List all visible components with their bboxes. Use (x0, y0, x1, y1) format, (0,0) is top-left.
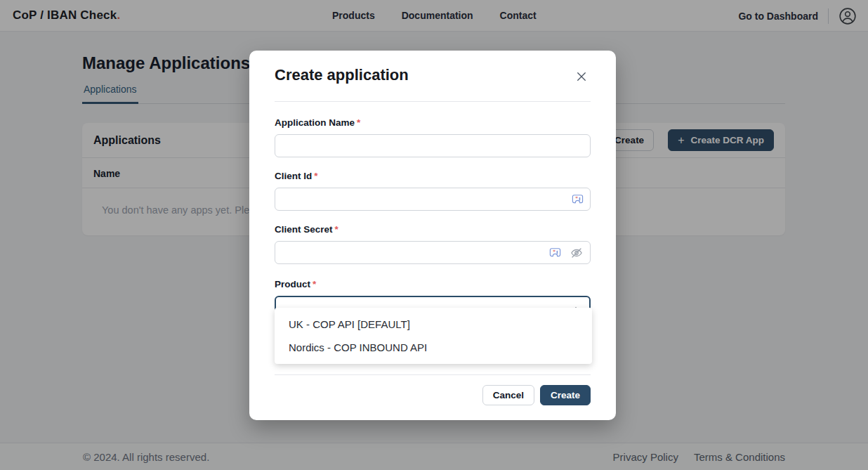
application-name-label: Application Name* (275, 117, 591, 128)
application-name-field-wrap (275, 134, 591, 157)
screen: CoP / IBAN Check. Products Documentation… (0, 0, 868, 470)
toggle-visibility-icon[interactable] (570, 247, 584, 259)
modal-title-divider (275, 101, 591, 102)
modal-title: Create application (275, 66, 409, 84)
client-id-input[interactable] (275, 188, 591, 211)
client-id-field-wrap: * (275, 188, 591, 211)
client-secret-input[interactable] (275, 241, 591, 264)
modal-header: Create application (275, 51, 591, 88)
dropdown-option-uk-cop-api[interactable]: UK - COP API [DEFAULT] (275, 313, 592, 336)
product-label-text: Product (275, 279, 310, 289)
svg-text:*: * (575, 195, 578, 202)
close-icon[interactable] (572, 67, 591, 88)
client-secret-label: Client Secret* (275, 224, 591, 235)
client-id-label-text: Client Id (275, 171, 312, 181)
required-asterisk: * (313, 279, 316, 289)
required-asterisk: * (357, 117, 360, 128)
create-application-modal: Create application Application Name* Cli… (249, 51, 616, 420)
dropdown-option-nordics-cop-inbound-api[interactable]: Nordics - COP INBOUND API (275, 336, 592, 359)
required-asterisk: * (314, 171, 317, 181)
password-manager-icon[interactable]: * (572, 194, 584, 204)
modal-actions: Cancel Create (482, 385, 591, 405)
svg-text:*: * (553, 249, 555, 255)
application-name-input[interactable] (275, 134, 591, 157)
client-secret-label-text: Client Secret (275, 224, 333, 235)
product-dropdown-menu: UK - COP API [DEFAULT] Nordics - COP INB… (275, 308, 592, 364)
client-id-label: Client Id* (275, 171, 591, 181)
modal-footer-divider (275, 374, 591, 375)
cancel-button[interactable]: Cancel (482, 385, 534, 405)
modal-create-button[interactable]: Create (540, 385, 591, 405)
required-asterisk: * (335, 224, 338, 235)
client-secret-field-wrap: * (275, 241, 591, 264)
product-label: Product* (275, 279, 591, 289)
application-name-label-text: Application Name (275, 117, 355, 128)
password-manager-icon[interactable]: * (549, 247, 561, 258)
